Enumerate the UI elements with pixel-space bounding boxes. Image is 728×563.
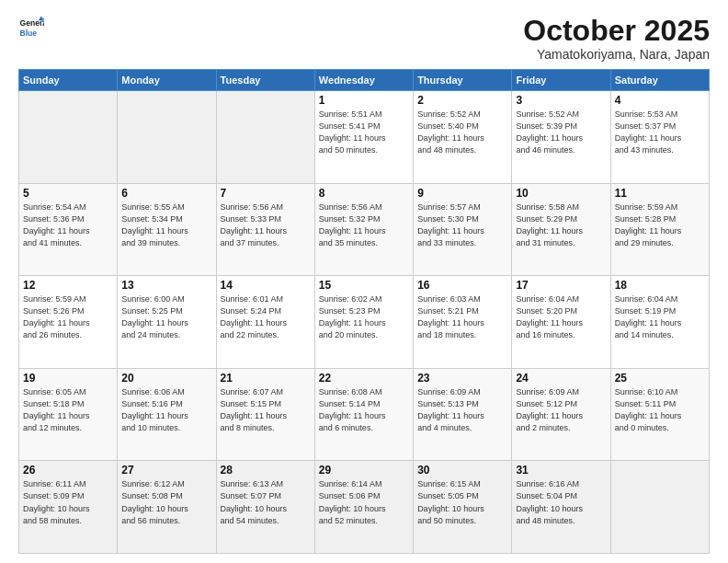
table-row: 1Sunrise: 5:51 AMSunset: 5:41 PMDaylight… [314,91,413,184]
day-info: Sunrise: 6:13 AMSunset: 5:07 PMDaylight:… [221,478,311,526]
table-row: 28Sunrise: 6:13 AMSunset: 5:07 PMDayligh… [216,461,314,554]
table-row: 9Sunrise: 5:57 AMSunset: 5:30 PMDaylight… [414,183,512,276]
table-row: 11Sunrise: 5:59 AMSunset: 5:28 PMDayligh… [610,183,709,276]
day-number: 1 [319,94,409,107]
logo-icon: General Blue [18,15,44,40]
day-info: Sunrise: 6:15 AMSunset: 5:05 PMDaylight:… [417,478,507,526]
svg-text:Blue: Blue [20,29,38,38]
day-info: Sunrise: 5:59 AMSunset: 5:28 PMDaylight:… [615,201,705,249]
header: General Blue October 2025 Yamatokoriyama… [18,15,710,62]
table-row: 17Sunrise: 6:04 AMSunset: 5:20 PMDayligh… [512,276,610,369]
day-info: Sunrise: 6:07 AMSunset: 5:15 PMDaylight:… [221,386,311,434]
day-info: Sunrise: 5:56 AMSunset: 5:32 PMDaylight:… [319,201,409,249]
weekday-header-thursday: Thursday [414,70,512,91]
day-number: 10 [516,187,606,200]
day-info: Sunrise: 5:51 AMSunset: 5:41 PMDaylight:… [319,109,409,156]
day-number: 20 [121,372,211,385]
table-row: 2Sunrise: 5:52 AMSunset: 5:40 PMDaylight… [414,91,512,184]
week-row-5: 26Sunrise: 6:11 AMSunset: 5:09 PMDayligh… [19,461,710,554]
day-number: 18 [615,279,705,292]
day-number: 5 [23,187,113,200]
logo: General Blue [18,15,44,40]
weekday-header-sunday: Sunday [19,70,118,91]
calendar-table: SundayMondayTuesdayWednesdayThursdayFrid… [18,69,710,554]
day-number: 17 [516,279,606,292]
table-row: 6Sunrise: 5:55 AMSunset: 5:34 PMDaylight… [118,183,216,276]
day-info: Sunrise: 5:54 AMSunset: 5:36 PMDaylight:… [23,201,113,249]
day-info: Sunrise: 5:56 AMSunset: 5:33 PMDaylight:… [221,201,311,249]
table-row: 8Sunrise: 5:56 AMSunset: 5:32 PMDaylight… [314,183,413,276]
table-row: 30Sunrise: 6:15 AMSunset: 5:05 PMDayligh… [414,461,512,554]
table-row: 19Sunrise: 6:05 AMSunset: 5:18 PMDayligh… [19,368,118,461]
table-row: 21Sunrise: 6:07 AMSunset: 5:15 PMDayligh… [216,368,314,461]
day-number: 19 [23,372,113,385]
table-row: 20Sunrise: 6:06 AMSunset: 5:16 PMDayligh… [118,368,216,461]
weekday-header-saturday: Saturday [610,70,709,91]
week-row-2: 5Sunrise: 5:54 AMSunset: 5:36 PMDaylight… [19,183,710,276]
table-row [610,461,709,554]
day-info: Sunrise: 5:58 AMSunset: 5:29 PMDaylight:… [516,201,606,249]
day-info: Sunrise: 5:59 AMSunset: 5:26 PMDaylight:… [23,293,113,341]
day-number: 22 [319,372,409,385]
weekday-header-tuesday: Tuesday [216,70,314,91]
table-row: 29Sunrise: 6:14 AMSunset: 5:06 PMDayligh… [314,461,413,554]
table-row: 4Sunrise: 5:53 AMSunset: 5:37 PMDaylight… [610,91,709,184]
table-row: 3Sunrise: 5:52 AMSunset: 5:39 PMDaylight… [512,91,610,184]
day-number: 30 [417,464,507,477]
page: General Blue October 2025 Yamatokoriyama… [0,0,728,563]
day-number: 27 [121,464,211,477]
day-info: Sunrise: 6:14 AMSunset: 5:06 PMDaylight:… [319,478,409,526]
table-row [118,91,216,184]
day-number: 9 [417,187,507,200]
day-number: 23 [417,372,507,385]
day-info: Sunrise: 6:02 AMSunset: 5:23 PMDaylight:… [319,293,409,341]
day-info: Sunrise: 6:01 AMSunset: 5:24 PMDaylight:… [221,293,311,341]
table-row: 12Sunrise: 5:59 AMSunset: 5:26 PMDayligh… [19,276,118,369]
table-row: 31Sunrise: 6:16 AMSunset: 5:04 PMDayligh… [512,461,610,554]
table-row: 25Sunrise: 6:10 AMSunset: 5:11 PMDayligh… [610,368,709,461]
location-title: Yamatokoriyama, Nara, Japan [523,47,710,62]
table-row: 5Sunrise: 5:54 AMSunset: 5:36 PMDaylight… [19,183,118,276]
day-info: Sunrise: 6:09 AMSunset: 5:13 PMDaylight:… [417,386,507,434]
day-info: Sunrise: 6:12 AMSunset: 5:08 PMDaylight:… [121,478,211,526]
day-info: Sunrise: 5:52 AMSunset: 5:40 PMDaylight:… [417,109,507,156]
day-info: Sunrise: 5:53 AMSunset: 5:37 PMDaylight:… [615,109,705,156]
day-number: 29 [319,464,409,477]
table-row: 7Sunrise: 5:56 AMSunset: 5:33 PMDaylight… [216,183,314,276]
weekday-header-row: SundayMondayTuesdayWednesdayThursdayFrid… [19,70,710,91]
table-row: 22Sunrise: 6:08 AMSunset: 5:14 PMDayligh… [314,368,413,461]
table-row: 23Sunrise: 6:09 AMSunset: 5:13 PMDayligh… [414,368,512,461]
day-number: 16 [417,279,507,292]
day-number: 11 [615,187,705,200]
day-info: Sunrise: 5:55 AMSunset: 5:34 PMDaylight:… [121,201,211,249]
table-row [216,91,314,184]
day-info: Sunrise: 6:03 AMSunset: 5:21 PMDaylight:… [417,293,507,341]
day-number: 15 [319,279,409,292]
day-number: 31 [516,464,606,477]
day-number: 25 [615,372,705,385]
day-info: Sunrise: 6:10 AMSunset: 5:11 PMDaylight:… [615,386,705,434]
day-number: 4 [615,94,705,107]
day-number: 21 [221,372,311,385]
table-row: 16Sunrise: 6:03 AMSunset: 5:21 PMDayligh… [414,276,512,369]
table-row: 14Sunrise: 6:01 AMSunset: 5:24 PMDayligh… [216,276,314,369]
weekday-header-wednesday: Wednesday [314,70,413,91]
table-row: 18Sunrise: 6:04 AMSunset: 5:19 PMDayligh… [610,276,709,369]
day-info: Sunrise: 6:09 AMSunset: 5:12 PMDaylight:… [516,386,606,434]
week-row-3: 12Sunrise: 5:59 AMSunset: 5:26 PMDayligh… [19,276,710,369]
day-number: 14 [221,279,311,292]
table-row: 26Sunrise: 6:11 AMSunset: 5:09 PMDayligh… [19,461,118,554]
day-number: 13 [121,279,211,292]
day-number: 26 [23,464,113,477]
day-info: Sunrise: 6:00 AMSunset: 5:25 PMDaylight:… [121,293,211,341]
day-info: Sunrise: 6:11 AMSunset: 5:09 PMDaylight:… [23,478,113,526]
day-info: Sunrise: 6:08 AMSunset: 5:14 PMDaylight:… [319,386,409,434]
day-info: Sunrise: 6:05 AMSunset: 5:18 PMDaylight:… [23,386,113,434]
table-row: 13Sunrise: 6:00 AMSunset: 5:25 PMDayligh… [118,276,216,369]
weekday-header-monday: Monday [118,70,216,91]
table-row: 10Sunrise: 5:58 AMSunset: 5:29 PMDayligh… [512,183,610,276]
title-block: October 2025 Yamatokoriyama, Nara, Japan [523,15,710,62]
week-row-1: 1Sunrise: 5:51 AMSunset: 5:41 PMDaylight… [19,91,710,184]
day-info: Sunrise: 6:04 AMSunset: 5:20 PMDaylight:… [516,293,606,341]
day-number: 3 [516,94,606,107]
